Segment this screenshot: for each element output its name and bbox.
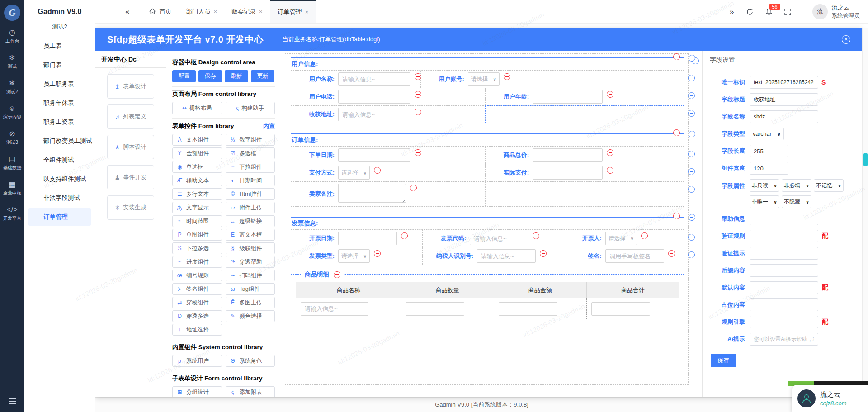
field-invoice-type[interactable]: 发票类型: 请选择 [291,247,423,265]
panel-extra-input[interactable] [750,333,818,346]
field-input[interactable] [338,90,410,104]
remove-field-icon[interactable] [540,250,547,257]
field-title-input[interactable] [750,93,818,106]
remove-field-icon[interactable] [607,167,613,174]
window-scrollbar[interactable] [862,28,868,412]
remove-field-icon[interactable] [668,250,675,257]
form-control-button[interactable]: ½ 数字组件 [226,134,275,146]
form-control-button[interactable]: ☑ 多选框 [226,147,275,159]
field-input[interactable] [533,166,603,180]
rail-nav-item[interactable]: ❄ 测试2 [2,80,22,95]
dev-nav-button[interactable]: ✳ 安装生成 [107,195,154,220]
dev-nav-button[interactable]: ♟ 事件开发 [107,165,154,189]
layout-control-button[interactable]: ↭ 栅格布局 [172,102,222,114]
field-seller-note[interactable]: 卖家备注: [291,182,486,206]
notifications-button[interactable]: 56 [765,8,773,16]
form-control-button[interactable]: ≈ 时间范围 [172,215,222,227]
field-total-price[interactable]: 商品总价: [486,147,684,164]
collapse-row-icon[interactable] [688,75,695,81]
save-button[interactable]: 保存 [711,354,736,367]
remove-section-icon[interactable] [673,129,680,136]
collapse-row-icon[interactable] [688,251,695,258]
panel-extra-input[interactable] [750,264,818,277]
builtin-link[interactable]: 内置 [263,122,275,130]
form-control-button[interactable]: Æ 辅助文本 [172,175,222,186]
field-input[interactable] [338,72,410,86]
field-signature[interactable]: 签名: [558,247,684,265]
field-select[interactable]: 请选择 [338,166,370,180]
collapse-row-icon[interactable] [688,186,695,193]
configure-link[interactable]: 配 [822,232,828,240]
remove-field-icon[interactable] [401,232,408,239]
remove-field-icon[interactable] [374,167,381,174]
form-control-button[interactable]: ¥ 金额组件 [172,147,222,159]
field-user-account[interactable]: 用户账号: 请选择 [421,71,684,88]
tabs-expand-icon[interactable]: » [729,8,734,16]
remove-section-icon[interactable] [673,213,680,219]
dev-nav-button[interactable]: ★ 脚本设计 [107,135,154,159]
library-action-button[interactable]: 更新 [251,70,274,82]
tab-close-icon[interactable]: × [305,9,309,15]
field-attr-select[interactable]: 不隐藏 [782,195,811,208]
field-input[interactable] [605,249,664,263]
form-control-button[interactable]: S 下拉多选 [172,242,222,254]
chat-widget[interactable]: 流之云 cojz8.com [792,385,868,412]
field-pay-method[interactable]: 支付方式: 请选择 [291,164,486,181]
form-control-button[interactable]: © Html控件 [226,188,275,200]
field-input[interactable] [533,90,603,104]
form-control-button[interactable]: Đ 穿透多选 [172,310,222,322]
sidebar-collapse-icon[interactable]: « [125,7,129,16]
fullscreen-icon[interactable] [784,9,791,15]
remove-field-icon[interactable] [607,149,613,156]
field-invoice-date[interactable]: 开票日期: [291,230,423,247]
field-input[interactable] [338,108,410,121]
field-invoice-code[interactable]: 发票代码: [423,230,558,247]
remove-field-icon[interactable] [374,250,381,257]
library-action-button[interactable]: 保存 [198,70,222,82]
sidebar-menu-item[interactable]: 以支持组件测试 [28,170,91,188]
form-control-button[interactable]: E 富文本框 [226,229,275,241]
sidebar-menu-item[interactable]: 非法字段测试 [28,189,91,207]
tab-item[interactable]: 订单管理 × [270,0,316,23]
dev-nav-button[interactable]: ♫ 列表定义 [107,104,154,129]
field-attr-select[interactable]: 不记忆 [814,179,844,192]
collapse-row-icon[interactable] [688,168,695,175]
field-name-input[interactable] [750,110,818,123]
component-width-input[interactable] [750,162,788,175]
rail-nav-item[interactable]: ☺ 演示内容 [2,105,22,120]
tab-item[interactable]: 贩卖记录 × [224,0,270,23]
form-control-button[interactable]: P 单图组件 [172,229,222,241]
dialog-close-icon[interactable]: × [842,35,850,44]
field-attr-select[interactable]: 非必填 [782,179,811,192]
remove-field-icon[interactable] [415,109,421,115]
collapse-section-icon[interactable] [689,214,695,221]
panel-extra-input[interactable] [750,247,818,260]
detail-cell-input[interactable] [591,302,650,316]
field-input[interactable] [477,249,536,263]
field-input[interactable] [338,232,397,245]
system-control-button[interactable]: ρ 系统用户 [172,355,222,367]
refresh-icon[interactable] [746,8,754,16]
scrollbar-thumb[interactable] [863,153,868,166]
field-attr-select[interactable]: 非唯一 [750,195,779,208]
field-select[interactable]: 请选择 [468,72,500,86]
uid-input[interactable] [750,76,818,89]
subform-control-button[interactable]: ς 添加附表 [226,386,275,397]
rail-nav-item[interactable]: ▦ 企业中枢 [2,181,22,196]
rail-nav-item[interactable]: ❄ 测试 [2,54,22,70]
field-user-name[interactable]: 用户名称: [291,71,421,88]
library-action-button[interactable]: 配置 [172,70,196,82]
form-control-button[interactable]: ◐ 日期时间 [226,175,275,186]
configure-link[interactable]: 配 [822,284,828,292]
remove-field-icon[interactable] [504,73,510,80]
sidebar-menu-item[interactable]: 部门改变员工测试 [28,132,91,150]
panel-extra-input[interactable] [750,230,818,242]
field-invoice-issuer[interactable]: 开票人: 请选择 [558,230,684,247]
remove-detail-icon[interactable] [334,271,340,278]
sidebar-menu-item[interactable]: 员工表 [28,37,91,55]
tab-close-icon[interactable]: × [213,8,217,15]
layout-control-button[interactable]: ς 构建助手 [226,102,275,114]
collapse-row-icon[interactable] [688,110,695,117]
sidebar-menu-item[interactable]: 职务工资表 [28,113,91,131]
detail-cell-input[interactable] [406,302,464,316]
